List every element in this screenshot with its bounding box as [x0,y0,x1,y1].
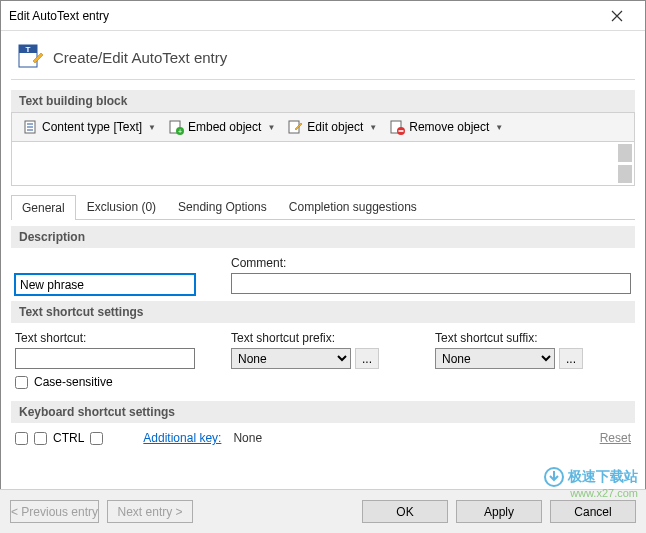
reset-link[interactable]: Reset [600,431,631,445]
header: T Create/Edit AutoText entry [1,31,645,79]
prefix-more-button[interactable]: ... [355,348,379,369]
text-shortcut-input[interactable] [15,348,195,369]
autotext-icon: T [17,43,45,71]
content-area[interactable] [11,142,635,186]
ok-button[interactable]: OK [362,500,448,523]
modifier-checkbox-2[interactable] [34,432,47,445]
tab-content-general: Description Comment: Text shortcut setti… [1,226,645,455]
tab-bar: General Exclusion (0) Sending Options Co… [11,194,635,220]
prefix-select[interactable]: None [231,348,351,369]
scroll-down[interactable] [618,165,632,183]
embed-icon: + [168,119,184,135]
case-sensitive-checkbox[interactable] [15,376,28,389]
embed-object-button[interactable]: + Embed object ▼ [164,117,279,137]
tab-completion-suggestions[interactable]: Completion suggestions [278,194,428,219]
cancel-button[interactable]: Cancel [550,500,636,523]
next-entry-button[interactable]: Next entry > [107,500,193,523]
name-input[interactable] [15,274,195,295]
modifier-checkbox-3[interactable] [90,432,103,445]
tab-sending-options[interactable]: Sending Options [167,194,278,219]
svg-text:T: T [26,45,31,54]
toolbar: Content type [Text] ▼ + Embed object ▼ E… [11,112,635,142]
scroll-up[interactable] [618,144,632,162]
header-title: Create/Edit AutoText entry [53,49,227,66]
embed-label: Embed object [188,120,261,134]
additional-key-link[interactable]: Additional key: [143,431,221,445]
suffix-label: Text shortcut suffix: [435,331,583,345]
tab-general[interactable]: General [11,195,76,220]
group-keyboard-shortcut: Keyboard shortcut settings [11,401,635,423]
suffix-select[interactable]: None [435,348,555,369]
modifier-checkbox-1[interactable] [15,432,28,445]
apply-button[interactable]: Apply [456,500,542,523]
watermark-text: 极速下载站 [568,468,638,486]
remove-label: Remove object [409,120,489,134]
document-icon [22,119,38,135]
edit-label: Edit object [307,120,363,134]
window-title: Edit AutoText entry [9,9,597,23]
remove-object-button[interactable]: Remove object ▼ [385,117,507,137]
titlebar: Edit AutoText entry [1,1,645,31]
edit-object-button[interactable]: Edit object ▼ [283,117,381,137]
case-sensitive-label: Case-sensitive [34,375,113,389]
content-type-button[interactable]: Content type [Text] ▼ [18,117,160,137]
svg-text:+: + [178,128,182,135]
section-building-block: Text building block [11,90,635,112]
chevron-down-icon: ▼ [267,123,275,132]
edit-icon [287,119,303,135]
svg-point-14 [545,468,563,486]
bottom-bar: < Previous entry Next entry > OK Apply C… [0,489,646,533]
comment-label: Comment: [231,256,631,270]
chevron-down-icon: ▼ [148,123,156,132]
previous-entry-button[interactable]: < Previous entry [10,500,99,523]
chevron-down-icon: ▼ [495,123,503,132]
ctrl-label: CTRL [53,431,84,445]
close-icon [609,8,625,24]
group-text-shortcut: Text shortcut settings [11,301,635,323]
text-shortcut-label: Text shortcut: [15,331,215,345]
remove-icon [389,119,405,135]
suffix-more-button[interactable]: ... [559,348,583,369]
close-button[interactable] [597,2,637,30]
watermark-logo-icon [544,467,564,487]
additional-key-value: None [233,431,262,445]
content-type-label: Content type [Text] [42,120,142,134]
comment-input[interactable] [231,273,631,294]
prefix-label: Text shortcut prefix: [231,331,379,345]
chevron-down-icon: ▼ [369,123,377,132]
svg-rect-13 [399,130,404,132]
divider [11,79,635,80]
group-description: Description [11,226,635,248]
tab-exclusion[interactable]: Exclusion (0) [76,194,167,219]
